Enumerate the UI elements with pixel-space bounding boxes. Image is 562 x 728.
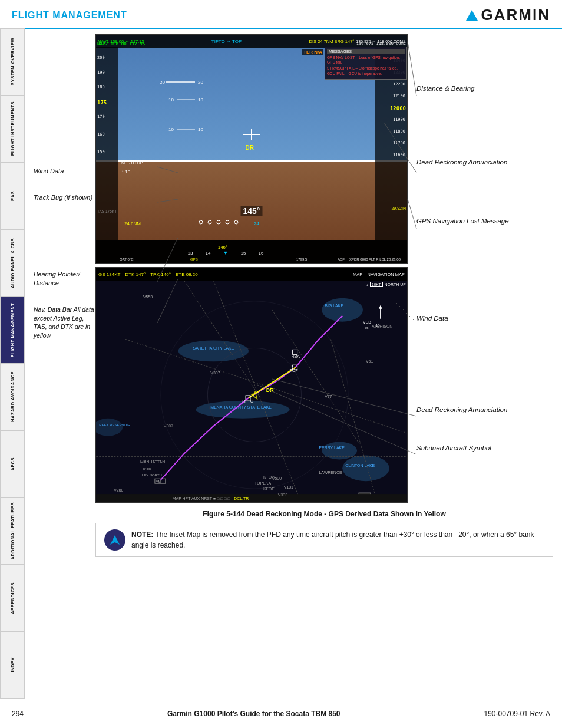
- svg-text:V77: V77: [325, 394, 332, 398]
- note-label: NOTE:: [131, 531, 153, 539]
- mfd-map-svg: BIG LAKE SARETHA CITY LAKE MENAHA COUNTY…: [96, 281, 407, 502]
- svg-text:GPS: GPS: [190, 258, 198, 261]
- callout-wind-data: Wind Data: [34, 167, 64, 176]
- footer-title: Garmin G1000 Pilot's Guide for the Socat…: [167, 710, 340, 718]
- pfd-msg-gps-nav-lost: GPS NAV LOST – Loss of GPS navigation. G…: [327, 55, 405, 65]
- svg-text:1799.5: 1799.5: [296, 258, 308, 261]
- pfd-speed-tape: 200 190 180 175 170 160 150 TAS 175KT: [96, 47, 118, 240]
- callout-gps-nav-lost: GPS Navigation Lost Message: [416, 217, 509, 226]
- note-icon: [104, 529, 125, 551]
- svg-text:146°: 146°: [218, 245, 228, 250]
- callout-track-bug: Track Bug (if shown): [34, 193, 92, 202]
- callout-dead-reckoning-mfd: Dead Reckoning Annunciation: [416, 406, 507, 415]
- svg-text:ATCHISON: ATCHISON: [372, 324, 392, 328]
- svg-text:35: 35: [365, 326, 369, 330]
- sidebar-item-hazard-avoidance[interactable]: HAZARD AVOIDANCE: [0, 364, 25, 431]
- callout-dead-reckoning-pfd: Dead Reckoning Annunciation: [416, 158, 507, 167]
- spd-190: 190: [97, 70, 105, 75]
- footer-part-number: 190-00709-01 Rev. A: [484, 710, 550, 718]
- left-callouts: Wind Data Track Bug (if shown) Bearing P…: [34, 34, 95, 500]
- sidebar-item-appendices[interactable]: APPENDICES: [0, 565, 25, 632]
- svg-rect-86: [96, 494, 406, 502]
- svg-text:VMI: VMI: [156, 480, 162, 483]
- callout-bearing-pointer: Bearing Pointer/ Distance: [34, 270, 95, 288]
- alt-current: 12000: [390, 106, 406, 111]
- svg-text:TIFTO: TIFTO: [242, 399, 254, 403]
- figure-caption-wrapper: Figure 5-144 Dead Reckoning Mode - GPS D…: [95, 510, 553, 518]
- sidebar-item-flight-management[interactable]: FLIGHT MANAGEMENT: [0, 297, 25, 364]
- pfd-aircraft-symbol: [243, 129, 260, 143]
- alt-12200: 12200: [393, 82, 405, 87]
- svg-marker-84: [379, 305, 382, 309]
- sidebar-item-index[interactable]: INDEX: [0, 631, 25, 699]
- sidebar-item-system-overview[interactable]: SYSTEM OVERVIEW: [0, 28, 25, 95]
- svg-text:15: 15: [241, 251, 246, 256]
- pfd-bottom-bar: 13 14 ▼ 146° 15 16 OAT 0°C GPS 1799.5 AD…: [96, 240, 407, 263]
- sidebar-item-flight-instruments[interactable]: FLIGHT INSTRUMENTS: [0, 95, 25, 163]
- svg-text:V61: V61: [366, 359, 373, 363]
- spd-200: 200: [97, 55, 105, 60]
- svg-point-32: [322, 298, 363, 322]
- svg-text:XPDR 0000  ALT  R LDL  20:23:0: XPDR 0000 ALT R LDL 20:23:08: [349, 258, 401, 261]
- note-body: The Inset Map is removed from the PFD an…: [131, 531, 534, 549]
- svg-text:TOPEKA: TOPEKA: [254, 481, 271, 485]
- svg-line-46: [213, 281, 301, 502]
- svg-text:DR: DR: [266, 387, 274, 393]
- callout-distance-bearing: Distance & Bearing: [416, 84, 474, 94]
- footer-page-number: 294: [12, 710, 24, 718]
- pfd-msg-strmscp: STRMSCP FAIL – Stormscope has failed.: [327, 66, 405, 71]
- pfd-dr-label: DR: [245, 144, 253, 151]
- mfd-gs: GS 184KT: [98, 272, 120, 277]
- svg-text:V333: V333: [278, 493, 287, 497]
- pfd-com2: 136.975 118.000 COM2: [356, 41, 406, 46]
- garmin-wordmark: GARMIN: [481, 6, 550, 24]
- svg-text:▼: ▼: [223, 250, 229, 256]
- callout-wind-data-mfd: Wind Data: [416, 314, 448, 324]
- svg-text:↑LEY NORTH: ↑LEY NORTH: [140, 473, 162, 477]
- alt-11600: 11600: [393, 153, 405, 157]
- pfd-ter-label: TER N/A: [302, 49, 323, 55]
- sidebar-item-audio-panel[interactable]: AUDIO PANEL & CNS: [0, 229, 25, 297]
- spd-current: 175: [97, 100, 107, 106]
- displays-inner-block: NAV1 108.00 ↔ 117.95 TIFTO → TOP DIS 24.…: [95, 34, 408, 503]
- garmin-triangle-icon: [466, 10, 478, 21]
- svg-text:V307: V307: [164, 424, 173, 428]
- alt-11700: 11700: [393, 141, 405, 146]
- svg-text:MAP  HPT  AUX  NRST  ■ □ □ □ □: MAP HPT AUX NRST ■ □ □ □ □: [173, 496, 231, 500]
- svg-text:V280: V280: [114, 488, 123, 492]
- sidebar-item-additional-features[interactable]: ADDITIONAL FEATURES: [0, 498, 25, 565]
- displays-section: Wind Data Track Bug (if shown) Bearing P…: [34, 34, 553, 557]
- sidebar-item-afcs[interactable]: AFCS: [0, 430, 25, 498]
- mfd-dtk: DTK 147°: [125, 272, 146, 277]
- right-callouts: Distance & Bearing Dead Reckoning Annunc…: [411, 34, 528, 506]
- callout-subdued-aircraft: Subdued Aircraft Symbol: [416, 444, 491, 453]
- spd-160: 160: [97, 132, 105, 137]
- svg-text:V131: V131: [284, 485, 293, 489]
- pfd-display: NAV1 108.00 ↔ 117.95 TIFTO → TOP DIS 24.…: [95, 34, 408, 264]
- pfd-compass-arc: 13 14 ▼ 146° 15 16 OAT 0°C GPS 1799.5 AD…: [96, 240, 408, 263]
- svg-text:10: 10: [376, 324, 380, 327]
- figure-caption: Figure 5-144 Dead Reckoning Mode - GPS D…: [95, 510, 553, 518]
- svg-text:ADF: ADF: [338, 258, 345, 261]
- svg-text:VSB: VSB: [363, 320, 371, 324]
- pfd-horizon-line: [96, 160, 407, 162]
- svg-point-42: [96, 419, 123, 436]
- svg-text:BIG LAKE: BIG LAKE: [325, 304, 343, 308]
- svg-text:V307: V307: [210, 371, 220, 375]
- mfd-top-bar: GS 184KT DTK 147° TRK 146° ETE 08:20 MAP…: [96, 268, 407, 281]
- svg-text:16: 16: [259, 251, 264, 256]
- svg-text:14: 14: [206, 251, 211, 256]
- mfd-north-up: ↓10KTNORTH UP: [366, 282, 406, 287]
- section-title: FLIGHT MANAGEMENT: [12, 10, 127, 21]
- svg-text:13: 13: [188, 251, 193, 256]
- note-box: NOTE: The Inset Map is removed from the …: [95, 523, 553, 557]
- mfd-trk: TRK 146°: [150, 272, 171, 277]
- pfd-heading-deg: 145°: [241, 206, 263, 216]
- spd-tas: TAS 175KT: [97, 209, 117, 213]
- svg-marker-101: [110, 535, 120, 545]
- note-text: NOTE: The Inset Map is removed from the …: [131, 529, 544, 551]
- sidebar-item-eas[interactable]: EAS: [0, 162, 25, 229]
- pfd-dis-brg: DIS 24.7NM BRG 147°: [309, 39, 355, 44]
- svg-text:KTOP: KTOP: [263, 475, 275, 479]
- navigation-icon: [109, 534, 121, 546]
